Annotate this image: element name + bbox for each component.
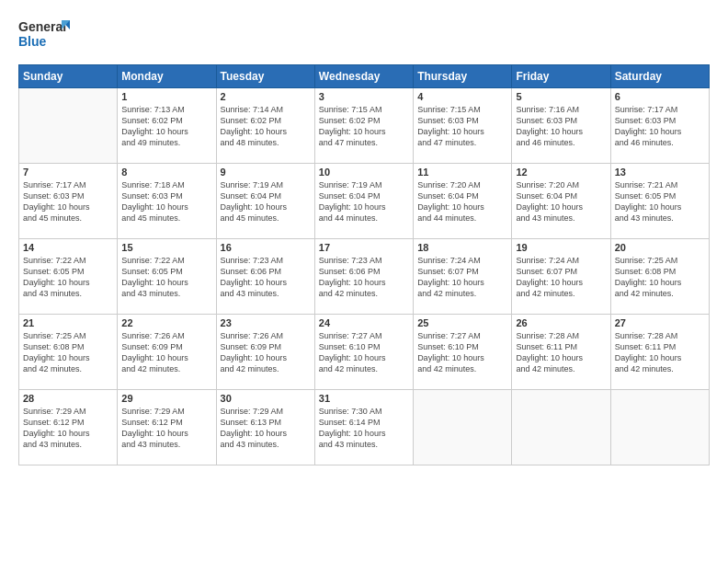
day-cell: 9Sunrise: 7:19 AM Sunset: 6:04 PM Daylig… xyxy=(216,164,314,239)
day-number: 5 xyxy=(516,91,606,102)
day-cell: 28Sunrise: 7:29 AM Sunset: 6:12 PM Dayli… xyxy=(19,390,118,465)
week-row-3: 14Sunrise: 7:22 AM Sunset: 6:05 PM Dayli… xyxy=(19,239,710,315)
day-cell: 16Sunrise: 7:23 AM Sunset: 6:06 PM Dayli… xyxy=(216,239,314,315)
day-number: 16 xyxy=(221,242,311,253)
day-info: Sunrise: 7:24 AM Sunset: 6:07 PM Dayligh… xyxy=(516,255,606,300)
day-cell xyxy=(610,390,709,465)
day-number: 17 xyxy=(319,242,409,253)
day-cell: 24Sunrise: 7:27 AM Sunset: 6:10 PM Dayli… xyxy=(314,315,413,390)
day-cell: 19Sunrise: 7:24 AM Sunset: 6:07 PM Dayli… xyxy=(512,239,610,315)
day-cell xyxy=(19,88,118,164)
day-info: Sunrise: 7:20 AM Sunset: 6:04 PM Dayligh… xyxy=(417,179,507,224)
header-cell-saturday: Saturday xyxy=(610,65,709,88)
header-cell-monday: Monday xyxy=(118,65,216,88)
day-number: 12 xyxy=(516,167,606,178)
day-number: 25 xyxy=(417,317,507,328)
day-cell: 1Sunrise: 7:13 AM Sunset: 6:02 PM Daylig… xyxy=(118,88,216,164)
day-info: Sunrise: 7:30 AM Sunset: 6:14 PM Dayligh… xyxy=(319,406,409,451)
day-number: 23 xyxy=(221,317,311,328)
day-cell: 3Sunrise: 7:15 AM Sunset: 6:02 PM Daylig… xyxy=(314,88,413,164)
day-number: 21 xyxy=(23,317,113,328)
day-number: 10 xyxy=(319,167,409,178)
day-cell: 10Sunrise: 7:19 AM Sunset: 6:04 PM Dayli… xyxy=(314,164,413,239)
day-number: 19 xyxy=(516,242,606,253)
day-number: 28 xyxy=(23,393,113,404)
day-info: Sunrise: 7:19 AM Sunset: 6:04 PM Dayligh… xyxy=(319,179,409,224)
day-number: 20 xyxy=(615,242,705,253)
day-info: Sunrise: 7:29 AM Sunset: 6:13 PM Dayligh… xyxy=(221,406,311,451)
day-number: 31 xyxy=(319,393,409,404)
day-info: Sunrise: 7:26 AM Sunset: 6:09 PM Dayligh… xyxy=(121,330,211,375)
week-row-5: 28Sunrise: 7:29 AM Sunset: 6:12 PM Dayli… xyxy=(19,390,710,465)
calendar-table: SundayMondayTuesdayWednesdayThursdayFrid… xyxy=(18,64,710,465)
day-number: 26 xyxy=(516,317,606,328)
day-number: 15 xyxy=(121,242,211,253)
day-number: 24 xyxy=(319,317,409,328)
day-info: Sunrise: 7:17 AM Sunset: 6:03 PM Dayligh… xyxy=(23,179,113,224)
day-info: Sunrise: 7:27 AM Sunset: 6:10 PM Dayligh… xyxy=(417,330,507,375)
day-cell: 27Sunrise: 7:28 AM Sunset: 6:11 PM Dayli… xyxy=(610,315,709,390)
day-cell: 21Sunrise: 7:25 AM Sunset: 6:08 PM Dayli… xyxy=(19,315,118,390)
day-cell: 5Sunrise: 7:16 AM Sunset: 6:03 PM Daylig… xyxy=(512,88,610,164)
day-number: 29 xyxy=(121,393,211,404)
day-info: Sunrise: 7:25 AM Sunset: 6:08 PM Dayligh… xyxy=(23,330,113,375)
day-number: 8 xyxy=(121,167,211,178)
header-cell-wednesday: Wednesday xyxy=(314,65,413,88)
day-cell: 29Sunrise: 7:29 AM Sunset: 6:12 PM Dayli… xyxy=(118,390,216,465)
day-cell: 6Sunrise: 7:17 AM Sunset: 6:03 PM Daylig… xyxy=(610,88,709,164)
day-number: 6 xyxy=(615,91,705,102)
day-info: Sunrise: 7:25 AM Sunset: 6:08 PM Dayligh… xyxy=(615,255,705,300)
day-cell: 22Sunrise: 7:26 AM Sunset: 6:09 PM Dayli… xyxy=(118,315,216,390)
header-row: SundayMondayTuesdayWednesdayThursdayFrid… xyxy=(19,65,710,88)
day-cell: 4Sunrise: 7:15 AM Sunset: 6:03 PM Daylig… xyxy=(414,88,512,164)
day-info: Sunrise: 7:23 AM Sunset: 6:06 PM Dayligh… xyxy=(319,255,409,300)
day-info: Sunrise: 7:29 AM Sunset: 6:12 PM Dayligh… xyxy=(23,406,113,451)
day-number: 1 xyxy=(121,91,211,102)
svg-text:Blue: Blue xyxy=(18,34,47,49)
day-info: Sunrise: 7:28 AM Sunset: 6:11 PM Dayligh… xyxy=(615,330,705,375)
day-cell: 20Sunrise: 7:25 AM Sunset: 6:08 PM Dayli… xyxy=(610,239,709,315)
week-row-2: 7Sunrise: 7:17 AM Sunset: 6:03 PM Daylig… xyxy=(19,164,710,239)
day-cell: 14Sunrise: 7:22 AM Sunset: 6:05 PM Dayli… xyxy=(19,239,118,315)
day-info: Sunrise: 7:28 AM Sunset: 6:11 PM Dayligh… xyxy=(516,330,606,375)
day-number: 2 xyxy=(221,91,311,102)
logo: General Blue xyxy=(18,17,74,55)
day-number: 14 xyxy=(23,242,113,253)
day-number: 4 xyxy=(417,91,507,102)
day-info: Sunrise: 7:15 AM Sunset: 6:03 PM Dayligh… xyxy=(417,104,507,149)
day-number: 30 xyxy=(221,393,311,404)
header: General Blue xyxy=(18,17,710,55)
day-info: Sunrise: 7:26 AM Sunset: 6:09 PM Dayligh… xyxy=(221,330,311,375)
day-info: Sunrise: 7:16 AM Sunset: 6:03 PM Dayligh… xyxy=(516,104,606,149)
header-cell-friday: Friday xyxy=(512,65,610,88)
day-info: Sunrise: 7:23 AM Sunset: 6:06 PM Dayligh… xyxy=(221,255,311,300)
day-info: Sunrise: 7:13 AM Sunset: 6:02 PM Dayligh… xyxy=(121,104,211,149)
day-info: Sunrise: 7:20 AM Sunset: 6:04 PM Dayligh… xyxy=(516,179,606,224)
day-cell: 15Sunrise: 7:22 AM Sunset: 6:05 PM Dayli… xyxy=(118,239,216,315)
day-number: 22 xyxy=(121,317,211,328)
day-cell: 8Sunrise: 7:18 AM Sunset: 6:03 PM Daylig… xyxy=(118,164,216,239)
day-number: 7 xyxy=(23,167,113,178)
day-info: Sunrise: 7:19 AM Sunset: 6:04 PM Dayligh… xyxy=(221,179,311,224)
day-cell: 11Sunrise: 7:20 AM Sunset: 6:04 PM Dayli… xyxy=(414,164,512,239)
day-info: Sunrise: 7:18 AM Sunset: 6:03 PM Dayligh… xyxy=(121,179,211,224)
day-cell: 26Sunrise: 7:28 AM Sunset: 6:11 PM Dayli… xyxy=(512,315,610,390)
header-cell-sunday: Sunday xyxy=(19,65,118,88)
day-cell: 23Sunrise: 7:26 AM Sunset: 6:09 PM Dayli… xyxy=(216,315,314,390)
week-row-4: 21Sunrise: 7:25 AM Sunset: 6:08 PM Dayli… xyxy=(19,315,710,390)
day-number: 13 xyxy=(615,167,705,178)
day-cell: 17Sunrise: 7:23 AM Sunset: 6:06 PM Dayli… xyxy=(314,239,413,315)
day-info: Sunrise: 7:17 AM Sunset: 6:03 PM Dayligh… xyxy=(615,104,705,149)
day-info: Sunrise: 7:14 AM Sunset: 6:02 PM Dayligh… xyxy=(221,104,311,149)
day-number: 3 xyxy=(319,91,409,102)
day-info: Sunrise: 7:27 AM Sunset: 6:10 PM Dayligh… xyxy=(319,330,409,375)
day-cell: 18Sunrise: 7:24 AM Sunset: 6:07 PM Dayli… xyxy=(414,239,512,315)
day-info: Sunrise: 7:22 AM Sunset: 6:05 PM Dayligh… xyxy=(121,255,211,300)
header-cell-tuesday: Tuesday xyxy=(216,65,314,88)
week-row-1: 1Sunrise: 7:13 AM Sunset: 6:02 PM Daylig… xyxy=(19,88,710,164)
day-info: Sunrise: 7:22 AM Sunset: 6:05 PM Dayligh… xyxy=(23,255,113,300)
day-info: Sunrise: 7:21 AM Sunset: 6:05 PM Dayligh… xyxy=(615,179,705,224)
day-cell xyxy=(512,390,610,465)
day-number: 9 xyxy=(221,167,311,178)
day-cell: 31Sunrise: 7:30 AM Sunset: 6:14 PM Dayli… xyxy=(314,390,413,465)
